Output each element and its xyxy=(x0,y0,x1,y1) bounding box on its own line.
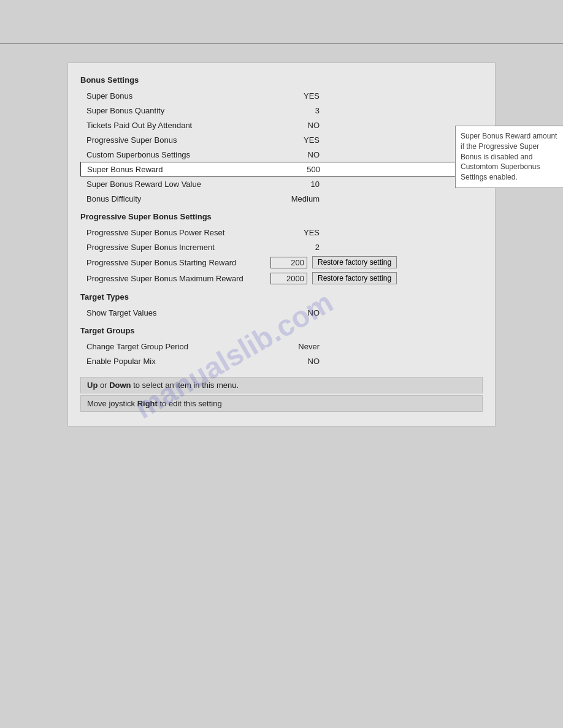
settings-row-super-bonus-reward-low: Super Bonus Reward Low Value10 xyxy=(80,176,483,191)
settings-row-custom-superbonus-settings: Custom Superbonus SettingsNO xyxy=(80,147,483,162)
instruction-up-down: Up or Down to select an item in this men… xyxy=(80,377,483,393)
settings-row-super-bonus-quantity: Super Bonus Quantity3 xyxy=(80,103,483,118)
up-label: Up xyxy=(87,381,98,390)
row-label-show-target-values: Show Target Values xyxy=(86,308,270,317)
section-title-progressive-super-bonus-settings: Progressive Super Bonus Settings xyxy=(80,212,483,221)
row-value-psb-increment: 2 xyxy=(270,243,320,252)
row-value-psb-starting-reward[interactable]: 200 xyxy=(270,257,307,268)
main-panel: Bonus SettingsSuper BonusYESSuper Bonus … xyxy=(67,63,496,427)
settings-row-show-target-values: Show Target ValuesNO xyxy=(80,305,483,320)
settings-row-super-bonus: Super BonusYES xyxy=(80,88,483,103)
settings-container: Bonus SettingsSuper BonusYESSuper Bonus … xyxy=(80,75,483,368)
row-label-enable-popular-mix: Enable Popular Mix xyxy=(86,357,270,366)
row-label-change-target-group-period: Change Target Group Period xyxy=(86,342,270,351)
row-label-bonus-difficulty: Bonus Difficulty xyxy=(86,194,270,203)
settings-row-super-bonus-reward: Super Bonus Reward500Super Bonus Reward … xyxy=(80,162,483,176)
settings-row-tickets-paid-out: Tickets Paid Out By AttendantNO xyxy=(80,118,483,132)
row-label-super-bonus-reward-low: Super Bonus Reward Low Value xyxy=(86,180,270,189)
row-value-super-bonus-quantity: 3 xyxy=(270,106,320,115)
row-value-super-bonus-reward: 500 xyxy=(271,165,320,174)
right-label: Right xyxy=(137,399,158,408)
row-value-enable-popular-mix: NO xyxy=(270,357,320,366)
row-value-progressive-super-bonus: YES xyxy=(270,135,320,145)
row-value-psb-power-reset: YES xyxy=(270,228,320,237)
row-label-tickets-paid-out: Tickets Paid Out By Attendant xyxy=(86,121,270,130)
section-title-target-types: Target Types xyxy=(80,292,483,301)
row-value-tickets-paid-out: NO xyxy=(270,121,320,130)
top-divider xyxy=(0,43,563,44)
row-label-psb-starting-reward: Progressive Super Bonus Starting Reward xyxy=(86,258,270,267)
settings-row-psb-increment: Progressive Super Bonus Increment2 xyxy=(80,240,483,254)
down-label: Down xyxy=(109,381,131,390)
settings-row-psb-maximum-reward: Progressive Super Bonus Maximum Reward20… xyxy=(80,270,483,286)
instruction-right: Move joystick Right to edit this setting xyxy=(80,395,483,412)
row-value-super-bonus-reward-low: 10 xyxy=(270,180,320,189)
section-title-target-groups: Target Groups xyxy=(80,326,483,335)
row-label-psb-maximum-reward: Progressive Super Bonus Maximum Reward xyxy=(86,274,270,283)
settings-row-enable-popular-mix: Enable Popular MixNO xyxy=(80,354,483,368)
settings-row-psb-power-reset: Progressive Super Bonus Power ResetYES xyxy=(80,225,483,240)
settings-row-psb-starting-reward: Progressive Super Bonus Starting Reward2… xyxy=(80,254,483,270)
restore-btn-psb-maximum-reward[interactable]: Restore factory setting xyxy=(312,272,397,284)
row-label-progressive-super-bonus: Progressive Super Bonus xyxy=(86,135,270,145)
restore-btn-psb-starting-reward[interactable]: Restore factory setting xyxy=(312,256,397,268)
row-value-super-bonus: YES xyxy=(270,91,320,100)
settings-row-bonus-difficulty: Bonus DifficultyMedium xyxy=(80,191,483,206)
row-label-super-bonus-reward: Super Bonus Reward xyxy=(87,165,271,174)
tooltip-super-bonus-reward: Super Bonus Reward amount if the Progres… xyxy=(455,126,563,188)
row-label-custom-superbonus-settings: Custom Superbonus Settings xyxy=(86,150,270,159)
section-title-bonus-settings: Bonus Settings xyxy=(80,75,483,85)
row-value-bonus-difficulty: Medium xyxy=(270,194,320,203)
row-label-super-bonus-quantity: Super Bonus Quantity xyxy=(86,106,270,115)
row-label-super-bonus: Super Bonus xyxy=(86,91,270,100)
row-label-psb-power-reset: Progressive Super Bonus Power Reset xyxy=(86,228,270,237)
instructions-area: Up or Down to select an item in this men… xyxy=(80,377,483,412)
settings-row-change-target-group-period: Change Target Group PeriodNever xyxy=(80,339,483,354)
row-value-show-target-values: NO xyxy=(270,308,320,317)
row-value-psb-maximum-reward[interactable]: 2000 xyxy=(270,273,307,284)
row-value-custom-superbonus-settings: NO xyxy=(270,150,320,159)
settings-row-progressive-super-bonus: Progressive Super BonusYES xyxy=(80,132,483,147)
row-value-change-target-group-period: Never xyxy=(270,342,320,351)
row-label-psb-increment: Progressive Super Bonus Increment xyxy=(86,243,270,252)
